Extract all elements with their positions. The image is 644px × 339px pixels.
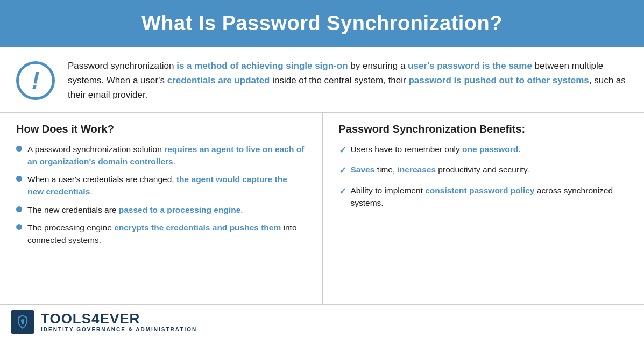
bullet-dot-icon (16, 176, 22, 182)
exclamation-icon: ! (16, 61, 55, 100)
highlight: Saves (351, 165, 375, 174)
highlight: passed to a processing engine (119, 205, 241, 214)
columns-section: How Does it Work? A password synchroniza… (0, 113, 644, 304)
right-column: Password Synchronization Benefits: ✓ Use… (323, 113, 645, 304)
right-check-list: ✓ Users have to remember only one passwo… (339, 143, 628, 210)
right-column-title: Password Synchronization Benefits: (339, 123, 628, 135)
list-item-text: The new credentials are passed to a proc… (27, 204, 243, 216)
footer-section: TOOLS4EVER IDENTITY GOVERNANCE & ADMINIS… (0, 304, 644, 339)
intro-text: Password synchronization is a method of … (68, 59, 628, 103)
list-item-text: A password synchronization solution requ… (27, 143, 306, 168)
logo-subtitle: IDENTITY GOVERNANCE & ADMINISTRATION (41, 327, 197, 333)
list-item-text: Ability to implement consistent password… (351, 184, 628, 210)
intro-highlight-4: password is pushed out to other systems (408, 75, 589, 85)
page-title: What Is Password Synchronization? (22, 12, 622, 35)
list-item: When a user's credentials are changed, t… (16, 173, 306, 198)
checkmark-icon: ✓ (339, 164, 346, 178)
logo-icon (11, 310, 34, 334)
list-item-text: The processing engine encrypts the crede… (27, 221, 306, 247)
highlight: the agent would capture the new credenti… (27, 175, 287, 196)
main-container: What Is Password Synchronization? ! Pass… (0, 0, 644, 339)
list-item-text: Users have to remember only one password… (351, 143, 521, 155)
list-item-text: When a user's credentials are changed, t… (27, 173, 306, 198)
intro-highlight-1: is a method of achieving single sign-on (176, 61, 348, 71)
left-bullet-list: A password synchronization solution requ… (16, 143, 306, 247)
logo-name: TOOLS4EVER (41, 311, 197, 327)
logo-svg (14, 313, 31, 330)
highlight: one password (462, 145, 518, 154)
list-item: ✓ Users have to remember only one passwo… (339, 143, 628, 157)
list-item: A password synchronization solution requ… (16, 143, 306, 168)
highlight: consistent password policy (425, 186, 534, 195)
list-item: The processing engine encrypts the crede… (16, 221, 306, 247)
bullet-dot-icon (16, 206, 22, 212)
checkmark-icon: ✓ (339, 185, 346, 199)
list-item: ✓ Saves time, increases productivity and… (339, 163, 628, 178)
svg-rect-2 (22, 322, 24, 324)
logo-text-block: TOOLS4EVER IDENTITY GOVERNANCE & ADMINIS… (41, 311, 197, 333)
left-column-title: How Does it Work? (16, 123, 306, 135)
list-item: ✓ Ability to implement consistent passwo… (339, 184, 628, 210)
list-item: The new credentials are passed to a proc… (16, 204, 306, 216)
highlight: encrypts the credentials and pushes them (114, 223, 281, 232)
highlight: requires an agent to live on each of an … (27, 145, 304, 166)
list-item-text: Saves time, increases productivity and s… (351, 163, 529, 176)
checkmark-icon: ✓ (339, 143, 346, 157)
intro-highlight-3: credentials are updated (167, 75, 270, 85)
bullet-dot-icon (16, 224, 22, 230)
left-column: How Does it Work? A password synchroniza… (0, 113, 323, 304)
intro-highlight-2: user's password is the same (408, 61, 532, 71)
header-section: What Is Password Synchronization? (0, 0, 644, 47)
intro-section: ! Password synchronization is a method o… (0, 47, 644, 113)
bullet-dot-icon (16, 146, 22, 152)
highlight: increases (398, 165, 436, 174)
